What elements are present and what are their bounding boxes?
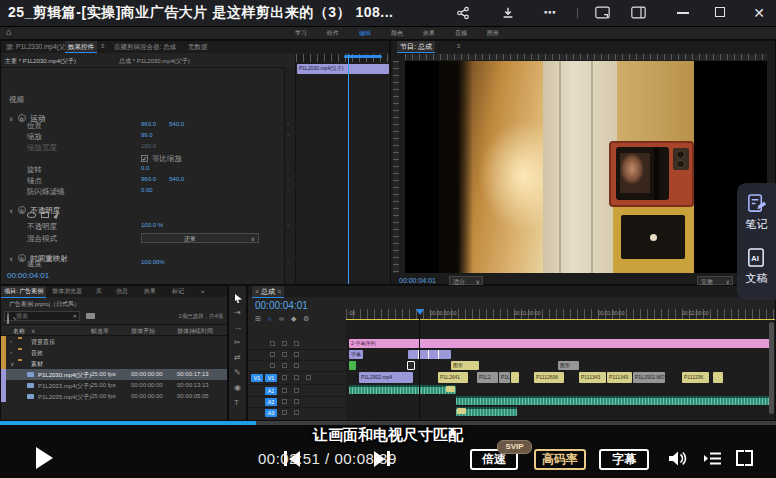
ec-value[interactable]: 100.0 % xyxy=(141,222,163,228)
track-toggle[interactable] xyxy=(270,352,275,357)
ec-check-uniform-scale[interactable]: ✓ 等比缩放 xyxy=(1,154,284,164)
add-marker-icon[interactable]: ◆ xyxy=(291,315,296,323)
track-toggle[interactable] xyxy=(282,363,287,368)
track-toggle[interactable] xyxy=(282,375,287,380)
ec-value[interactable]: 540.0 xyxy=(169,176,184,182)
tab-source-monitor[interactable]: 源: P1L2330.mp4(父子) xyxy=(3,41,69,52)
track-toggle[interactable] xyxy=(282,352,287,357)
snap-icon[interactable]: ∩ xyxy=(267,315,272,322)
clip-v1[interactable]: P1L2902.MOV xyxy=(633,372,665,383)
tab-markers[interactable]: 标记 xyxy=(169,286,187,297)
new-bin-icon[interactable] xyxy=(86,313,95,319)
track-toggle[interactable] xyxy=(282,341,287,346)
ec-value[interactable]: 960.0 xyxy=(141,121,156,127)
timeline-scrollbar[interactable] xyxy=(769,322,774,414)
track-toggle[interactable] xyxy=(270,341,275,346)
tab-effects[interactable]: 效果 xyxy=(141,286,159,297)
bin-row[interactable]: ∨ 素材 xyxy=(1,358,227,369)
workspace-tab-color[interactable]: 颜色 xyxy=(391,29,403,38)
pen-tool-icon[interactable]: ✎ xyxy=(234,368,241,377)
ec-effect-time-remap[interactable]: ∨ fx 时间重映射 xyxy=(9,247,279,257)
sort-chevron-icon[interactable]: ∨ xyxy=(31,327,35,334)
col-media-start[interactable]: 媒体开始 xyxy=(131,327,155,336)
razor-tool-icon[interactable]: ✂ xyxy=(234,338,241,347)
minimize-button[interactable] xyxy=(677,12,689,14)
track-toggle[interactable] xyxy=(294,363,299,368)
clip-v1[interactable]: P1L2641 xyxy=(438,372,468,383)
col-media-duration[interactable]: 媒体持续时间 xyxy=(177,327,213,336)
clip-row[interactable]: P1L2035.mp4(父子) 25.00 fps 00:00:00:00 00… xyxy=(1,391,227,402)
track-toggle[interactable] xyxy=(294,375,299,380)
mute-toggle[interactable] xyxy=(282,410,287,415)
notes-button[interactable]: 笔记 xyxy=(737,191,776,241)
clip-v1[interactable] xyxy=(511,372,519,383)
track-target-a2[interactable]: A2 xyxy=(265,398,277,406)
clip-v1[interactable]: P1L2902.mp4 xyxy=(359,372,413,383)
clip-name[interactable]: P1L2030.mp4(父子) xyxy=(38,371,91,380)
tab-metadata[interactable]: 元数据 xyxy=(185,41,211,52)
chevron-right-icon[interactable]: › xyxy=(10,338,12,344)
clip-v1[interactable]: P111343 xyxy=(579,372,606,383)
ellipse-mask-icon[interactable] xyxy=(27,212,36,218)
more-icon[interactable]: ⋯ xyxy=(542,6,558,20)
chevron-right-icon[interactable]: › xyxy=(10,349,12,355)
chevron-down-icon[interactable]: ∨ xyxy=(10,360,14,367)
home-icon[interactable]: ⌂ xyxy=(6,27,11,37)
clip-v1[interactable] xyxy=(713,372,723,383)
clip-v2-selected[interactable] xyxy=(407,361,415,370)
track-toggle[interactable] xyxy=(294,352,299,357)
close-icon[interactable]: × xyxy=(255,288,259,295)
ripple-edit-tool-icon[interactable]: ↔ xyxy=(234,323,242,332)
label-chip[interactable] xyxy=(1,380,6,391)
ec-value[interactable]: 0.00 xyxy=(141,187,153,193)
fullscreen-icon[interactable] xyxy=(736,450,753,466)
bin-name[interactable]: 素材 xyxy=(31,360,43,369)
workspace-tab-graphics[interactable]: 图形 xyxy=(487,29,499,38)
label-chip[interactable] xyxy=(1,391,6,402)
panel-menu-icon[interactable]: ≡ xyxy=(101,43,105,49)
project-search-box[interactable]: ✕ xyxy=(4,311,80,321)
linked-selection-icon[interactable]: ∞ xyxy=(279,315,284,322)
ec-playhead[interactable] xyxy=(348,54,349,284)
label-chip[interactable] xyxy=(1,336,6,347)
ec-effect-opacity[interactable]: ∨ fx 不透明度 xyxy=(9,199,279,209)
monitor-quality-select[interactable]: 完整 ∨ xyxy=(697,276,733,285)
label-chip[interactable] xyxy=(1,369,6,380)
clip-v2-graphic[interactable]: 图形 xyxy=(451,361,479,370)
label-chip[interactable] xyxy=(1,358,6,369)
tab-project[interactable]: 项目: 广告案例 xyxy=(1,286,46,298)
bin-name[interactable]: 音效 xyxy=(31,349,43,358)
progress-bar[interactable] xyxy=(0,421,776,425)
clip-subtitle-sequence[interactable]: 2-字幕序列 xyxy=(349,339,773,348)
volume-icon[interactable] xyxy=(668,450,688,471)
tab-program-monitor[interactable]: 节目: 总成 xyxy=(397,41,435,53)
playlist-icon[interactable] xyxy=(703,451,722,470)
nest-icon[interactable]: ⊞ xyxy=(255,315,261,323)
tab-audio-clip-mixer[interactable]: 音频剪辑混合器: 总成 xyxy=(111,41,179,52)
mute-toggle[interactable] xyxy=(282,388,287,393)
monitor-timecode[interactable]: 00:00:04:01 xyxy=(399,277,436,284)
ec-value[interactable]: 960.0 xyxy=(141,176,156,182)
clip-v2-graphic2[interactable]: 图形 xyxy=(558,361,579,370)
clip-v1[interactable]: P1112696 xyxy=(534,372,564,383)
ec-effect-motion[interactable]: ∨ fx 运动 xyxy=(9,107,279,117)
workspace-tab-assembly[interactable]: 组件 xyxy=(327,29,339,38)
keyframe-dot-icon[interactable]: ◦ xyxy=(287,165,289,171)
keyframe-dot-icon[interactable]: ◦ xyxy=(287,176,289,182)
track-toggle[interactable] xyxy=(306,375,311,380)
pen-mask-icon[interactable] xyxy=(53,211,61,220)
clip-audio-a1[interactable] xyxy=(349,385,456,394)
monitor-fit-select[interactable]: 适合 ∨ xyxy=(449,276,483,285)
timeline-settings-icon[interactable]: ⚙ xyxy=(303,315,309,323)
checkbox-icon[interactable]: ✓ xyxy=(141,155,148,162)
tab-effect-controls[interactable]: 效果控件 xyxy=(65,41,97,53)
ec-master-clip[interactable]: 主要 * P1L2030.mp4(父子) xyxy=(5,57,76,66)
mute-toggle[interactable] xyxy=(282,399,287,404)
search-clear-icon[interactable]: ✕ xyxy=(73,313,77,319)
rect-mask-icon[interactable] xyxy=(41,212,49,218)
label-chip[interactable] xyxy=(1,347,6,358)
clip-v1[interactable]: P111296 xyxy=(682,372,709,383)
bin-name[interactable]: 背景音乐 xyxy=(31,338,55,347)
tab-info[interactable]: 信息 xyxy=(113,286,131,297)
tab-overflow-icon[interactable]: » xyxy=(201,288,204,294)
